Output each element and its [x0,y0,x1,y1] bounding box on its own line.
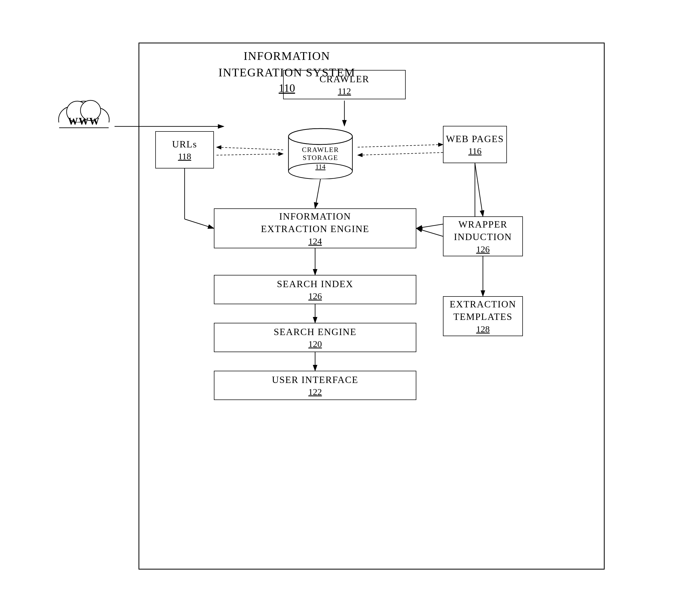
iee-label-line1: INFORMATION [279,210,351,223]
www-cloud: WWW [53,90,114,142]
search-index-label: SEARCH INDEX [277,278,353,290]
iee-label-line2: EXTRACTION ENGINE [261,223,370,235]
crawler-storage-container: CRAWLER STORAGE 114 [283,126,358,179]
svg-text:WWW: WWW [68,115,100,127]
user-interface-label: USER INTERFACE [272,374,358,386]
diagram-container: CRAWLER 112 CRAWLER STORAGE 114 [53,21,639,593]
extraction-number: 128 [476,324,490,334]
urls-number: 118 [178,151,191,162]
wrapper-label-line1: WRAPPER [459,218,508,231]
web-pages-number: 116 [468,146,482,156]
svg-line-5 [315,179,321,208]
urls-label: URLs [172,138,197,151]
svg-line-9 [358,153,443,155]
crawler-storage-svg: CRAWLER STORAGE 114 [283,126,358,179]
svg-line-19 [416,228,443,236]
search-engine-number: 120 [309,339,322,349]
svg-line-6 [216,147,283,150]
svg-line-8 [358,144,443,147]
search-index-box: SEARCH INDEX 126 [214,275,416,304]
connector-lines [139,43,604,569]
user-interface-box: USER INTERFACE 122 [214,371,416,400]
user-interface-number: 122 [309,387,322,397]
iee-box: INFORMATION EXTRACTION ENGINE 124 [214,208,416,248]
wrapper-number: 126 [476,244,490,254]
main-system-title: INFORMATION INTEGRATION SYSTEM 110 [218,48,355,94]
extraction-label-line2: TEMPLATES [453,310,512,323]
svg-text:114: 114 [315,163,325,170]
svg-text:CRAWLER: CRAWLER [302,146,339,154]
extraction-label-line1: EXTRACTION [450,298,516,310]
main-system-number: 110 [218,82,355,94]
web-pages-label: WEB PAGES [446,133,504,145]
main-title-line1: INFORMATION [218,48,355,64]
search-engine-box: SEARCH ENGINE 120 [214,323,416,352]
svg-line-11 [185,219,214,228]
wrapper-induction-box: WRAPPER INDUCTION 126 [443,216,523,256]
urls-box: URLs 118 [155,131,214,168]
search-index-number: 126 [309,291,322,301]
extraction-templates-box: EXTRACTION TEMPLATES 128 [443,296,523,336]
wrapper-label-line2: INDUCTION [454,231,512,243]
iee-number: 124 [309,236,322,246]
www-cloud-svg: WWW [53,90,114,141]
main-title-line2: INTEGRATION SYSTEM [218,64,355,81]
web-pages-box: WEB PAGES 116 [443,126,507,163]
svg-point-23 [289,129,352,144]
main-system-box: CRAWLER 112 CRAWLER STORAGE 114 [138,42,605,570]
svg-text:STORAGE: STORAGE [303,154,338,162]
svg-line-17 [475,163,483,216]
svg-line-7 [216,154,283,155]
search-engine-label: SEARCH ENGINE [274,326,357,338]
